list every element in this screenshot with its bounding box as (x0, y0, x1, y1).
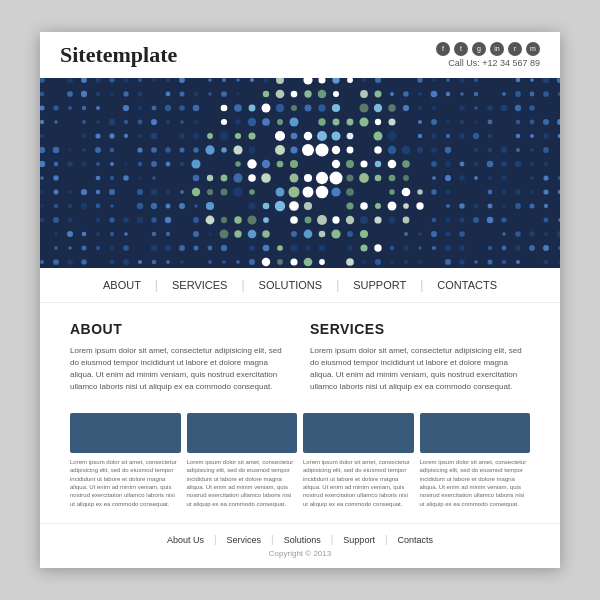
header-right: f t g in r m Call Us: +12 34 567 89 (436, 42, 540, 68)
hero-section (40, 78, 560, 268)
dots-canvas (40, 78, 560, 268)
copyright: Copyright © 2013 (40, 549, 560, 568)
linkedin-icon[interactable]: in (490, 42, 504, 56)
footer-about[interactable]: About Us (157, 535, 214, 545)
cards-row: Lorem ipsum dolor sit amet, consectetur … (40, 403, 560, 518)
card-4-text: Lorem ipsum dolor sit amet, consectetur … (420, 458, 531, 508)
card-3: Lorem ipsum dolor sit amet, consectetur … (303, 413, 414, 508)
card-3-text: Lorem ipsum dolor sit amet, consectetur … (303, 458, 414, 508)
mail-icon[interactable]: m (526, 42, 540, 56)
about-title: ABOUT (70, 321, 290, 337)
nav-contacts[interactable]: CONTACTS (423, 279, 511, 291)
footer-nav: About Us | Services | Solutions | Suppor… (40, 523, 560, 549)
main-content: ABOUT Lorem ipsum dolor sit amet, consec… (40, 303, 560, 403)
nav-solutions[interactable]: SOLUTIONS (245, 279, 337, 291)
about-text: Lorem ipsum dolor sit amet, consectetur … (70, 345, 290, 393)
card-1-text: Lorem ipsum dolor sit amet, consectetur … (70, 458, 181, 508)
footer-support[interactable]: Support (333, 535, 385, 545)
card-2-image (187, 413, 298, 453)
services-text: Lorem ipsum dolor sit amet, consectetur … (310, 345, 530, 393)
nav-support[interactable]: SUPPORT (339, 279, 420, 291)
main-nav: ABOUT | SERVICES | SOLUTIONS | SUPPORT |… (40, 268, 560, 303)
card-1-image (70, 413, 181, 453)
nav-services[interactable]: SERVICES (158, 279, 241, 291)
social-icons: f t g in r m (436, 42, 540, 56)
footer-services[interactable]: Services (217, 535, 272, 545)
card-4: Lorem ipsum dolor sit amet, consectetur … (420, 413, 531, 508)
card-2-text: Lorem ipsum dolor sit amet, consectetur … (187, 458, 298, 508)
logo: Sitetemplate (60, 42, 177, 68)
twitter-icon[interactable]: t (454, 42, 468, 56)
card-2: Lorem ipsum dolor sit amet, consectetur … (187, 413, 298, 508)
services-section: SERVICES Lorem ipsum dolor sit amet, con… (310, 321, 530, 393)
header: Sitetemplate f t g in r m Call Us: +12 3… (40, 32, 560, 78)
facebook-icon[interactable]: f (436, 42, 450, 56)
google-icon[interactable]: g (472, 42, 486, 56)
footer-solutions[interactable]: Solutions (274, 535, 331, 545)
card-3-image (303, 413, 414, 453)
rss-icon[interactable]: r (508, 42, 522, 56)
nav-about[interactable]: ABOUT (89, 279, 155, 291)
services-title: SERVICES (310, 321, 530, 337)
card-4-image (420, 413, 531, 453)
footer-contacts[interactable]: Contacts (388, 535, 444, 545)
about-section: ABOUT Lorem ipsum dolor sit amet, consec… (70, 321, 290, 393)
call-us: Call Us: +12 34 567 89 (436, 58, 540, 68)
card-1: Lorem ipsum dolor sit amet, consectetur … (70, 413, 181, 508)
page-wrapper: Sitetemplate f t g in r m Call Us: +12 3… (40, 32, 560, 568)
